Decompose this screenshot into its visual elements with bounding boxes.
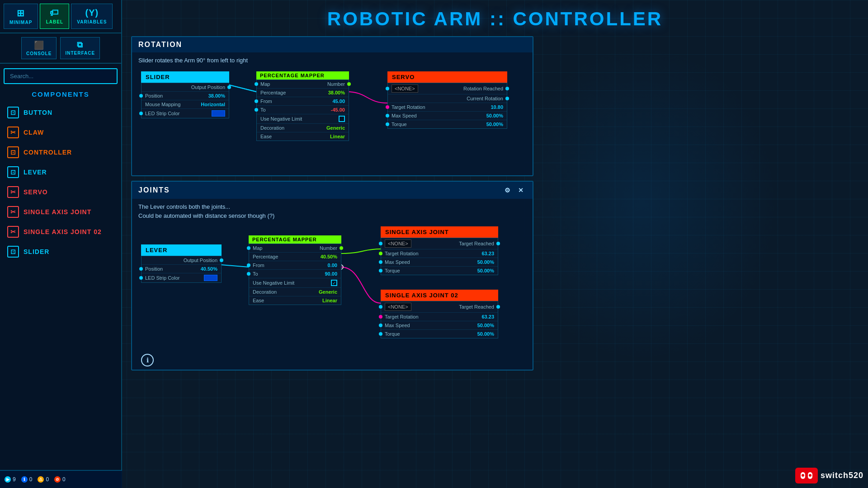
status-bar: ▶ 9 ℹ 0 ⚠ 0 ⊘ 0 [0, 470, 122, 488]
svg-line-1 [229, 85, 256, 92]
pct-from-row: From 45.00 [257, 97, 349, 106]
variables-icon: (Y) [85, 8, 99, 18]
lever-node-header: LEVER [141, 244, 222, 256]
svg-point-8 [809, 474, 811, 477]
joint1-target-rot-row: Target Rotation 63.23 [381, 249, 498, 258]
servo-icon: ✂ [7, 186, 19, 198]
controller-icon: ⊡ [7, 146, 19, 158]
minimap-icon: ⊞ [17, 8, 25, 19]
rotation-panel: ROTATION Slider rotates the Arm 90° from… [131, 36, 533, 176]
joint1-torque-row: Torque 50.00% [381, 267, 498, 275]
minimap-button[interactable]: ⊞ MINIMAP [4, 4, 38, 29]
joint2-max-speed-row: Max Speed 50.00% [381, 321, 498, 330]
rotation-panel-header: ROTATION [132, 37, 533, 52]
joint2-none-row: <NONE> Target Reached [381, 301, 498, 313]
pct-mapper-joints-header: PERCENTAGE MAPPER [249, 235, 341, 244]
status-dot-red: ⊘ [54, 476, 61, 483]
joint1-max-speed-row: Max Speed 50.00% [381, 258, 498, 267]
svg-point-7 [802, 474, 804, 477]
slider-icon: ⊡ [7, 246, 19, 258]
label-icon: 🏷 [50, 8, 59, 18]
pct-mapper-header: PERCENTAGE MAPPER [256, 71, 349, 80]
slider-node: SLIDER Output Position Position 38.00% M… [141, 71, 229, 118]
close-button[interactable]: ✕ [516, 185, 526, 195]
page-title: ROBOTIC ARM :: CONTROLLER [122, 0, 868, 34]
status-dot-blue: ℹ [21, 476, 28, 483]
servo-node-header: SERVO [387, 71, 507, 83]
component-item-claw[interactable]: ✂ CLAW [0, 122, 121, 142]
lever-position-row: Position 40.50% [142, 265, 221, 273]
lever-led-row: LED Strip Color [142, 273, 221, 282]
rotation-panel-desc: Slider rotates the Arm 90° from left to … [132, 52, 533, 67]
led-color-swatch [212, 110, 225, 117]
jnt-map-row: Map Number [249, 244, 341, 253]
variables-button[interactable]: (Y) VARIABLES [71, 4, 113, 29]
component-item-servo[interactable]: ✂ SERVO [0, 182, 121, 202]
status-item-blue: ℹ 0 [21, 476, 33, 483]
main-area: ROBOTIC ARM :: CONTROLLER ROTATION Slide… [122, 0, 868, 488]
servo-none-row: <NONE> Rotation Reached [388, 83, 507, 94]
servo-current-row: Current Rotation [388, 94, 507, 103]
jnt-neg-checkbox[interactable]: ✓ [331, 280, 337, 286]
component-list: ⊡ BUTTON ✂ CLAW ⊡ CONTROLLER ⊡ LEVER ✂ S… [0, 103, 121, 262]
servo-max-speed-row: Max Speed 50.00% [388, 112, 507, 120]
jnt-from-row: From 0.00 [249, 261, 341, 270]
servo-torque-row: Torque 50.00% [388, 120, 507, 128]
pct-to-row: To -45.00 [257, 106, 349, 114]
component-item-single-axis-joint[interactable]: ✂ SINGLE AXIS JOINT [0, 202, 121, 222]
pct-mapper-node-rotation: PERCENTAGE MAPPER Map Number Percentage … [256, 71, 349, 141]
component-item-single-axis-joint-02[interactable]: ✂ SINGLE AXIS JOINT 02 [0, 222, 121, 242]
jnt-pct-row: Percentage 40.50% [249, 253, 341, 261]
component-item-lever[interactable]: ⊡ LEVER [0, 162, 121, 182]
console-button[interactable]: ⬛ CONSOLE [21, 37, 57, 59]
switch-icon [795, 468, 818, 483]
info-button[interactable]: ℹ [141, 354, 154, 366]
servo-target-rotation-row: Target Rotation 10.80 [388, 103, 507, 112]
pct-decoration-row: Decoration Generic [257, 124, 349, 132]
components-title: COMPONENTS [0, 89, 121, 103]
component-item-slider[interactable]: ⊡ SLIDER [0, 242, 121, 262]
lever-node: LEVER Output Position Position 40.50% LE [141, 244, 222, 283]
status-item-cyan: ▶ 9 [5, 476, 16, 483]
slider-node-header: SLIDER [141, 71, 229, 83]
servo-node: SERVO <NONE> Rotation Reached Current Ro… [387, 71, 507, 129]
joint2-header: SINGLE AXIS JOINT 02 [381, 290, 498, 301]
joint2-target-rot-row: Target Rotation 63.23 [381, 313, 498, 321]
status-dot-cyan: ▶ [5, 476, 11, 483]
status-item-yellow: ⚠ 0 [38, 476, 49, 483]
interface-button[interactable]: ⧉ INTERFACE [60, 37, 100, 59]
joint2-node: SINGLE AXIS JOINT 02 <NONE> Target Reach… [381, 290, 498, 338]
pct-map-row: Map Number [257, 80, 349, 89]
top-nav: ⊞ MINIMAP 🏷 LABEL (Y) VARIABLES [0, 0, 121, 33]
single-axis-joint-icon: ✂ [7, 206, 19, 218]
joint1-header: SINGLE AXIS JOINT [381, 226, 498, 238]
search-box [4, 68, 118, 84]
search-input[interactable] [4, 68, 118, 84]
neg-limit-checkbox[interactable] [339, 116, 345, 122]
interface-icon: ⧉ [77, 40, 83, 50]
pct-percentage-row: Percentage 38.00% [257, 89, 349, 97]
jnt-neg-row: Use Negative Limit ✓ [249, 278, 341, 288]
button-icon: ⊡ [7, 107, 19, 118]
slider-output-port: Output Position [142, 83, 229, 92]
settings-button[interactable]: ⚙ [503, 185, 513, 195]
component-item-controller[interactable]: ⊡ CONTROLLER [0, 142, 121, 162]
status-dot-yellow: ⚠ [38, 476, 44, 483]
claw-icon: ✂ [7, 127, 19, 138]
pct-neg-row: Use Negative Limit [257, 114, 349, 124]
pct-mapper-node-joints: PERCENTAGE MAPPER Map Number Percentage … [249, 235, 341, 305]
status-item-red: ⊘ 0 [54, 476, 66, 483]
slider-led-row: LED Strip Color [142, 109, 229, 118]
svg-line-2 [222, 265, 249, 267]
joints-panel-actions: ⚙ ✕ [503, 185, 526, 195]
lever-icon: ⊡ [7, 166, 19, 178]
jnt-decoration-row: Decoration Generic [249, 288, 341, 296]
jnt-to-row: To 90.00 [249, 270, 341, 278]
lever-output-port: Output Position [142, 256, 221, 265]
joints-desc: The Lever controls both the joints... Co… [132, 199, 533, 222]
component-item-button[interactable]: ⊡ BUTTON [0, 103, 121, 122]
jnt-ease-row: Ease Linear [249, 296, 341, 305]
joint2-torque-row: Torque 50.00% [381, 330, 498, 338]
switch-text: switch520 [821, 471, 863, 480]
label-button[interactable]: 🏷 LABEL [40, 4, 69, 29]
